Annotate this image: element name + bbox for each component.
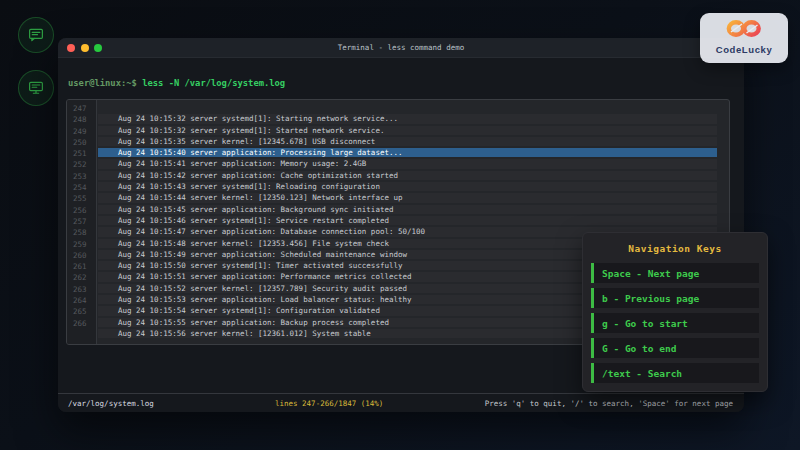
message-square-icon	[27, 26, 45, 44]
infinity-logo-icon	[721, 18, 767, 39]
window-title: Terminal - less command demo	[58, 38, 744, 58]
line-number-gutter: 2472482492502512522532542552562572582592…	[67, 100, 97, 344]
prompt-user: user@linux:~$	[68, 78, 137, 88]
line-number: 254	[67, 182, 96, 193]
line-number: 264	[67, 295, 96, 306]
status-line-position: lines 247-266/1847 (14%)	[275, 399, 383, 408]
terminal-titlebar: Terminal - less command demo	[58, 38, 744, 58]
status-file-path: /var/log/system.log	[68, 399, 154, 408]
line-number: 263	[67, 284, 96, 295]
monitor-icon	[27, 79, 45, 97]
line-number: 249	[67, 126, 96, 137]
log-line: Aug 24 10:15:43 server systemd[1]: Reloa…	[98, 182, 717, 193]
log-line: Aug 24 10:15:35 server kernel: [12345.67…	[98, 137, 717, 148]
navigation-keys-title: Navigation Keys	[591, 243, 759, 254]
line-number: 265	[67, 306, 96, 317]
line-number: 251	[67, 148, 96, 159]
nav-key-item: /text - Search	[591, 363, 759, 383]
nav-key-item: G - Go to end	[591, 338, 759, 358]
navigation-keys-panel: Navigation Keys Space - Next pageb - Pre…	[582, 232, 768, 392]
log-line: Aug 24 10:15:45 server application: Back…	[98, 205, 717, 216]
log-line: Aug 24 10:15:41 server application: Memo…	[98, 159, 717, 170]
line-number: 261	[67, 261, 96, 272]
prompt-command: less -N /var/log/system.log	[142, 78, 285, 88]
line-number: 247	[67, 103, 96, 114]
line-number: 259	[67, 239, 96, 250]
log-line: Aug 24 10:15:32 server systemd[1]: Start…	[98, 126, 717, 137]
status-help-text: Press 'q' to quit, '/' to search, 'Space…	[485, 399, 733, 408]
line-number: 257	[67, 216, 96, 227]
line-number: 255	[67, 193, 96, 204]
brand-name: CodeLucky	[700, 44, 788, 55]
line-number: 258	[67, 227, 96, 238]
line-number: 256	[67, 205, 96, 216]
log-line: Aug 24 10:15:44 server kernel: [12350.12…	[98, 193, 717, 204]
codelucky-logo-card: CodeLucky	[700, 13, 788, 63]
nav-key-item: b - Previous page	[591, 288, 759, 308]
line-number: 262	[67, 272, 96, 283]
line-number: 260	[67, 250, 96, 261]
log-line-highlighted: Aug 24 10:15:40 server application: Proc…	[98, 148, 717, 159]
nav-key-item: Space - Next page	[591, 263, 759, 283]
log-line: Aug 24 10:15:46 server systemd[1]: Servi…	[98, 216, 717, 227]
log-line: Aug 24 10:15:32 server systemd[1]: Start…	[98, 114, 717, 125]
navigation-keys-list: Space - Next pageb - Previous pageg - Go…	[591, 263, 759, 383]
line-number: 252	[67, 159, 96, 170]
terminal-prompt[interactable]: user@linux:~$ less -N /var/log/system.lo…	[68, 78, 285, 88]
nav-key-item: g - Go to start	[591, 313, 759, 333]
line-number: 266	[67, 318, 96, 329]
line-number: 250	[67, 137, 96, 148]
log-line: Aug 24 10:15:42 server application: Cach…	[98, 171, 717, 182]
line-number: 248	[67, 114, 96, 125]
chat-message-icon-button[interactable]	[18, 17, 54, 53]
monitor-icon-button[interactable]	[18, 70, 54, 106]
less-status-bar: /var/log/system.log lines 247-266/1847 (…	[58, 393, 744, 412]
line-number: 253	[67, 171, 96, 182]
